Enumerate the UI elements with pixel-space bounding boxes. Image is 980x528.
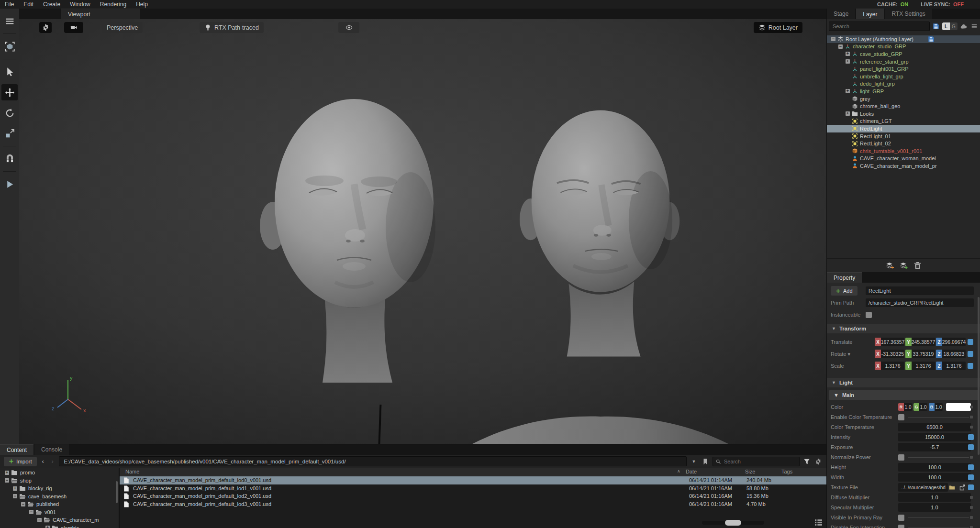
delete-layer-button[interactable] — [913, 262, 922, 270]
layer-item-grey[interactable]: grey — [827, 95, 980, 103]
view-mode-icon[interactable] — [814, 518, 823, 527]
save-layer-button[interactable] — [886, 262, 894, 270]
select-tool[interactable] — [1, 64, 18, 80]
prim-path-field[interactable]: /character_studio_GRP/RectLight — [866, 298, 974, 307]
open-external-icon[interactable] — [959, 484, 966, 491]
keyframe-indicator[interactable] — [968, 363, 973, 369]
menu-edit[interactable]: Edit — [19, 1, 38, 8]
collapse-icon[interactable]: − — [37, 518, 42, 522]
expand-icon[interactable]: + — [45, 526, 50, 528]
scale-z-field[interactable]: Z1.3176 — [936, 362, 966, 370]
menu-window[interactable]: Window — [65, 1, 95, 8]
layer-item-rectlight-01[interactable]: RectLight_01 — [827, 132, 980, 140]
instanceable-checkbox[interactable] — [866, 312, 872, 318]
collapse-icon[interactable]: − — [838, 44, 843, 49]
camera-select-button[interactable]: Perspective — [102, 22, 143, 33]
slider-thumb[interactable] — [725, 520, 741, 526]
folder-v001[interactable]: −v001 — [0, 508, 119, 517]
visible-in-primary-ray-checkbox[interactable] — [898, 515, 904, 521]
layer-item-umbrella-light-grp[interactable]: umbrella_light_grp — [827, 73, 980, 80]
tab-console[interactable]: Console — [34, 444, 69, 455]
snap-tool[interactable] — [1, 151, 18, 167]
color-r-field[interactable]: R1.0 — [898, 403, 912, 411]
expand-icon[interactable]: + — [846, 52, 850, 56]
property-scrollbar[interactable] — [978, 297, 980, 455]
collapse-icon[interactable]: − — [5, 478, 9, 483]
folder-cave-basemesh[interactable]: −cave_basemesh — [0, 493, 119, 501]
color-temperature-field[interactable]: 6500.0 — [898, 423, 971, 431]
collapse-icon[interactable]: − — [21, 502, 25, 506]
layer-toggle-l[interactable]: L — [942, 22, 950, 30]
folder-tree-scrollbar[interactable] — [116, 481, 118, 503]
viewport-settings-button[interactable] — [39, 22, 52, 33]
tab-rtx-settings[interactable]: RTX Settings — [885, 9, 932, 19]
layer-item-chimera-lgt[interactable]: chimera_LGT — [827, 118, 980, 125]
column-tags[interactable]: Tags — [781, 469, 792, 474]
thumbnail-size-slider[interactable] — [702, 521, 764, 525]
path-field[interactable] — [59, 456, 687, 466]
add-layer-button[interactable] — [900, 262, 908, 270]
color-swatch[interactable] — [946, 403, 971, 411]
collapse-icon[interactable]: − — [29, 510, 33, 514]
content-search-input[interactable] — [723, 458, 797, 465]
light-section-header[interactable]: ▼Light — [827, 378, 980, 387]
layer-search-box[interactable] — [829, 22, 930, 31]
folder-shop[interactable]: −shop — [0, 477, 119, 485]
file-row[interactable]: CAVE_character_man_model_prim_default_lo… — [120, 476, 826, 484]
keyframe-indicator[interactable] — [968, 434, 974, 440]
tab-property[interactable]: Property — [827, 272, 862, 283]
color-g-field[interactable]: G1.0 — [913, 403, 927, 411]
layer-item-light-grp[interactable]: +light_GRP — [827, 88, 980, 95]
texture-file-field[interactable]: ../../sourceimages/hd — [898, 483, 948, 492]
folder-cave-character-m[interactable]: −CAVE_character_m — [0, 516, 119, 524]
move-tool[interactable] — [1, 84, 18, 100]
layer-toggle-g[interactable]: G — [950, 22, 958, 30]
layer-item-chris-turntable-v001-r001[interactable]: chris_turntable_v001_r001 — [827, 147, 980, 155]
folder-alembic[interactable]: +alembic — [0, 524, 119, 528]
nav-forward-button[interactable]: › — [49, 458, 56, 465]
layer-item-cave-character-woman-model[interactable]: CAVE_character_woman_model — [827, 155, 980, 163]
menu-file[interactable]: File — [0, 1, 19, 8]
main-subsection-header[interactable]: ▼Main — [829, 390, 979, 400]
layer-item-cave-studio-grp[interactable]: +cave_studio_GRP — [827, 50, 980, 58]
layer-item-root-layer-authoring-layer-[interactable]: −Root Layer (Authoring Layer) — [827, 35, 980, 43]
keyframe-indicator[interactable] — [968, 464, 974, 470]
collapse-icon[interactable]: − — [13, 494, 17, 498]
expand-icon[interactable]: + — [846, 111, 850, 116]
rotate-y-field[interactable]: Y33.75319 — [905, 350, 935, 358]
translate-z-field[interactable]: Z296.09674 — [936, 338, 966, 346]
expand-icon[interactable]: + — [846, 89, 850, 93]
toolbar-menu[interactable] — [1, 13, 18, 29]
layer-item-dedo-light-grp[interactable]: dedo_light_grp — [827, 80, 980, 88]
rotate-x-field[interactable]: X-31.30325 — [875, 350, 904, 358]
scale-tool[interactable] — [1, 125, 18, 142]
play-button[interactable] — [1, 176, 18, 192]
rotate-z-field[interactable]: Z18.66823 — [936, 350, 966, 358]
nav-back-button[interactable]: ‹ — [40, 458, 46, 465]
import-button[interactable]: Import — [4, 457, 37, 466]
intensity-field[interactable]: 15000.0 — [898, 433, 971, 441]
filter-icon[interactable] — [802, 458, 811, 465]
prim-name-field[interactable]: RectLight — [866, 286, 974, 295]
menu-create[interactable]: Create — [38, 1, 65, 8]
column-date[interactable]: Date — [686, 469, 697, 474]
browse-folder-icon[interactable] — [948, 484, 956, 491]
save-all-icon[interactable] — [932, 22, 940, 30]
path-dropdown-button[interactable]: ▼ — [690, 458, 698, 465]
scale-x-field[interactable]: X1.3176 — [875, 362, 904, 370]
transform-section-header[interactable]: ▼Transform — [827, 324, 980, 333]
collapse-icon[interactable]: − — [831, 37, 835, 41]
layer-item-chrome-ball-geo[interactable]: chrome_ball_geo — [827, 102, 980, 110]
tab-content[interactable]: Content — [0, 444, 33, 455]
tab-layer[interactable]: Layer — [856, 9, 884, 19]
viewport-canvas[interactable]: Perspective RTX Path-traced Root Layer y… — [19, 19, 826, 444]
visibility-button[interactable] — [338, 22, 359, 33]
exposure-field[interactable]: -5.7 — [898, 443, 971, 451]
cloud-icon[interactable] — [959, 22, 968, 30]
folder-promo[interactable]: +promo — [0, 469, 119, 477]
bookmark-icon[interactable] — [701, 458, 710, 465]
keyframe-indicator[interactable] — [968, 444, 974, 450]
layer-item-rectlight[interactable]: RectLight — [827, 125, 980, 132]
width-field[interactable]: 100.0 — [898, 473, 971, 482]
settings-gear-icon[interactable] — [814, 458, 823, 465]
